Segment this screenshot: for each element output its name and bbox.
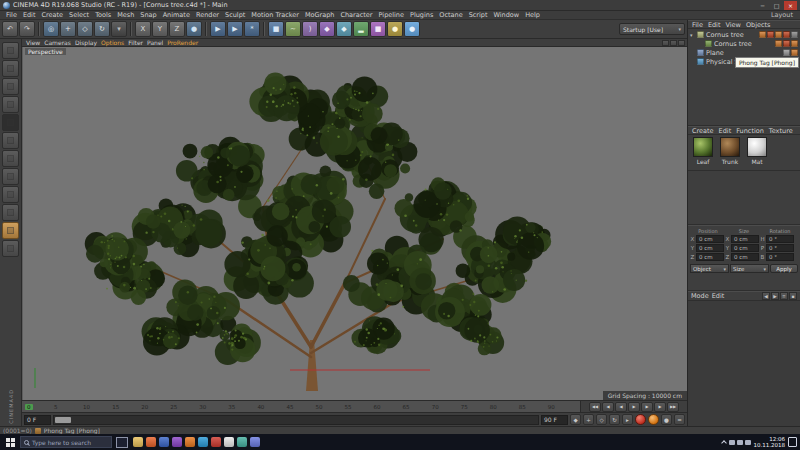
taskbar-clock[interactable]: 12:06 10.11.2018 [754,436,786,449]
next-frame-button[interactable]: ▶ [641,402,653,412]
tweak-mode-icon[interactable] [2,168,19,185]
render-picture-viewer-icon[interactable]: ▶ [227,21,243,37]
action-center-icon[interactable] [788,437,797,447]
move-tool-icon[interactable]: + [60,21,76,37]
model-mode-icon[interactable] [2,60,19,77]
menubar-item-sculpt[interactable]: Sculpt [222,11,248,19]
object-row[interactable]: Cornus tree [688,39,800,48]
lock-x-icon[interactable]: X [135,21,151,37]
file-explorer-icon[interactable] [131,435,144,449]
redo-icon[interactable]: ↷ [19,21,35,37]
enable-snap-icon[interactable] [2,222,19,239]
lock-icon[interactable]: ▪ [789,292,797,300]
app-icon-teal[interactable] [235,435,248,449]
keyframe-icon[interactable]: ◆ [570,414,581,425]
tag-icon[interactable] [791,40,798,47]
menubar-item-octane[interactable]: Octane [436,11,465,19]
light-icon[interactable]: ● [387,21,403,37]
record-scale-icon[interactable]: ◇ [596,414,607,425]
polygons-mode-icon[interactable] [2,150,19,167]
coord-value-field[interactable]: 0 ° [766,235,794,243]
app-icon-lightblue[interactable] [196,435,209,449]
close-button[interactable]: × [784,1,797,10]
current-frame-handle[interactable] [55,417,71,423]
menubar-item-script[interactable]: Script [466,11,491,19]
material-menu-function[interactable]: Function [734,127,766,135]
keyframe-selection-icon[interactable]: = [674,414,685,425]
viewport-maximize-icon[interactable] [670,40,677,46]
menubar-item-mograph[interactable]: MoGraph [302,11,338,19]
scale-tool-icon[interactable]: ◇ [77,21,93,37]
material-label[interactable]: Trunk [722,158,738,165]
perspective-viewport[interactable]: Perspective Grid Spacing : 10000 cm [22,47,687,400]
workplane-mode-icon[interactable] [2,96,19,113]
object-label[interactable]: Cornus tree [714,40,752,48]
app-icon-indigo[interactable] [248,435,261,449]
axis-mode-icon[interactable] [2,186,19,203]
browser-icon[interactable] [144,435,157,449]
floor-icon[interactable]: ▂ [353,21,369,37]
make-editable-icon[interactable] [2,42,19,59]
edit-label[interactable]: Edit [712,292,725,300]
material-menu-texture[interactable]: Texture [767,127,795,135]
lock-z-icon[interactable]: Z [169,21,185,37]
null-object-icon[interactable] [697,31,704,38]
start-frame-field[interactable]: 0 F [24,415,51,425]
om-menu-file[interactable]: File [690,21,705,29]
viewport-close-icon[interactable] [678,40,685,46]
autokey-button[interactable] [648,414,659,425]
task-view-button[interactable] [115,435,128,449]
pen-spline-icon[interactable]: ~ [285,21,301,37]
app-icon-orange[interactable] [183,435,196,449]
record-button[interactable] [635,414,646,425]
menubar-item-select[interactable]: Select [66,11,92,19]
material-label[interactable]: Leaf [697,158,710,165]
coord-value-field[interactable]: 0 ° [766,244,794,252]
prev-frame-button[interactable]: ◀ [615,402,627,412]
om-menu-view[interactable]: View [723,21,742,29]
size-mode-select[interactable]: Size▾ [730,264,769,273]
sky-object-icon[interactable] [697,58,704,65]
viewport-menu-cameras[interactable]: Cameras [42,39,73,46]
menubar-item-edit[interactable]: Edit [20,11,39,19]
coordinate-mode-select[interactable]: Object▾ [690,264,729,273]
coord-value-field[interactable]: 0 cm [731,235,759,243]
menubar-item-create[interactable]: Create [38,11,66,19]
nav-forward-icon[interactable]: ▶ [771,292,779,300]
menubar-item-plugins[interactable]: Plugins [407,11,436,19]
live-selection-icon[interactable]: ◎ [43,21,59,37]
menubar-item-snap[interactable]: Snap [137,11,159,19]
points-mode-icon[interactable] [2,114,19,131]
plane-object-icon[interactable] [697,49,704,56]
coord-value-field[interactable]: 0 cm [696,253,724,261]
tag-icon[interactable] [767,31,774,38]
tag-icon[interactable] [775,31,782,38]
viewport-menu-view[interactable]: View [24,39,42,46]
viewport-layout-icon[interactable] [662,40,669,46]
tag-icon[interactable] [783,31,790,38]
coord-value-field[interactable]: 0 cm [731,244,759,252]
prev-key-button[interactable]: ◀ [602,402,614,412]
app-icon-purple[interactable] [170,435,183,449]
object-label[interactable]: Cornus tree [706,31,744,39]
material-label[interactable]: Mat [751,158,762,165]
menubar-item-help[interactable]: Help [522,11,543,19]
object-row[interactable]: ▾Cornus tree [688,30,800,39]
tag-icon[interactable] [791,49,798,56]
volume-icon[interactable] [737,440,743,445]
tag-icon[interactable] [775,40,782,47]
object-label[interactable]: Plane [706,49,724,57]
viewport-menu-prorender[interactable]: ProRender [165,39,200,46]
menubar-item-animate[interactable]: Animate [160,11,193,19]
tree-object-icon[interactable] [705,40,712,47]
history-icon[interactable]: ≡ [780,292,788,300]
mode-label[interactable]: Mode [691,292,709,300]
tag-icon[interactable] [759,31,766,38]
viewport-menu-panel[interactable]: Panel [145,39,165,46]
om-menu-edit[interactable]: Edit [706,21,723,29]
tag-icon[interactable] [791,31,798,38]
app-icon-blue[interactable] [157,435,170,449]
workplane-snap-icon[interactable] [2,240,19,257]
record-parameter-icon[interactable]: ▸ [622,414,633,425]
lock-y-icon[interactable]: Y [152,21,168,37]
